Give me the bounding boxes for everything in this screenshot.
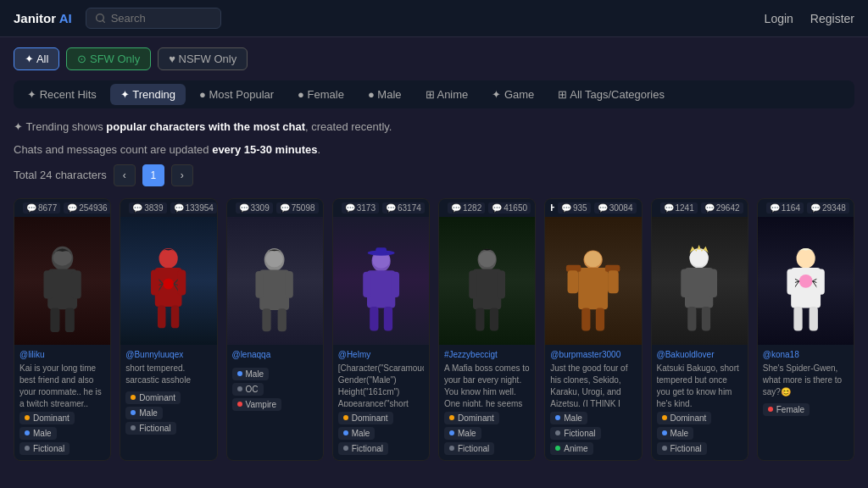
tag-dominant-leo: Dominant — [444, 412, 499, 424]
char-body-noah: @lenaqqa Male OC Vampire — [227, 345, 323, 416]
character-grid: Kai Brow 💬8677 💬254936 — [14, 198, 854, 461]
char-card-gwen[interactable]: Gwen Sta 💬1164 💬29348 — [757, 198, 854, 461]
char-card-katsuki[interactable]: Katsuki B 💬1241 💬29642 — [651, 198, 748, 461]
desc-gwen: She's Spider-Gwen, what more is there to… — [763, 363, 849, 398]
char-img-katsuki — [652, 217, 748, 345]
search-input[interactable] — [111, 12, 204, 25]
char-body-miguel: @Bunnyluuqex short tempered. sarcastic a… — [120, 345, 216, 440]
app-header: Janitor AI Login Register — [0, 0, 868, 37]
svg-rect-13 — [178, 270, 186, 296]
svg-rect-19 — [256, 271, 264, 298]
char-card-hantengu[interactable]: Hantengu 💬935 💬30084 — [544, 198, 642, 461]
tag-male-kai: Male — [19, 427, 57, 440]
char-img-miguel — [120, 217, 216, 345]
char-header-katsuki: Katsuki B 💬1241 💬29642 — [652, 199, 748, 217]
header-nav: Login Register — [765, 12, 854, 25]
prev-page-button[interactable]: ‹ — [114, 164, 136, 186]
star-icon: ✦ — [14, 120, 23, 133]
char-img-kai — [14, 217, 110, 345]
svg-rect-59 — [787, 269, 795, 295]
svg-point-16 — [160, 251, 178, 265]
tab-female[interactable]: ● Female — [287, 84, 354, 105]
char-header-hantengu: Hantengu 💬935 💬30084 — [545, 199, 641, 217]
char-card-leo[interactable]: Leo 💬1282 💬41650 — [438, 198, 536, 461]
char-card-noah[interactable]: Noah you 💬3309 💬75098 — [226, 198, 324, 461]
char-header-leo: Leo 💬1282 💬41650 — [439, 199, 535, 217]
svg-rect-32 — [376, 247, 387, 254]
char-header-noah: Noah you 💬3309 💬75098 — [227, 199, 323, 217]
next-page-button[interactable]: › — [171, 164, 193, 186]
char-body-gwen: @kona18 She's Spider-Gwen, what more is … — [758, 345, 854, 421]
creator-kai: @liliku — [19, 350, 105, 359]
svg-rect-27 — [391, 272, 399, 297]
char-chats-scaramou: 💬3173 — [342, 202, 379, 214]
char-chats-kai: 💬8677 — [23, 202, 60, 214]
tab-recent-hits[interactable]: ✦ ✦ Recent HitsRecent Hits — [17, 84, 107, 105]
svg-rect-57 — [791, 268, 821, 308]
svg-rect-28 — [370, 307, 378, 331]
svg-rect-14 — [158, 306, 166, 329]
svg-rect-12 — [151, 270, 159, 296]
svg-rect-20 — [286, 271, 294, 298]
char-body-hantengu: @burpmaster3000 Just the good four of hi… — [545, 345, 641, 460]
svg-point-23 — [266, 251, 284, 267]
tab-most-popular[interactable]: ● Most Popular — [189, 84, 284, 105]
tag-female-gwen: Female — [763, 403, 810, 416]
tags-hantengu: Male Fictional Anime — [550, 412, 636, 455]
char-header-scaramou: Scaramou 💬3173 💬63174 — [333, 199, 429, 217]
char-msgs-noah: 💬75098 — [276, 202, 319, 214]
svg-rect-60 — [816, 269, 825, 295]
svg-rect-41 — [578, 268, 608, 309]
login-link[interactable]: Login — [765, 12, 793, 25]
svg-rect-61 — [793, 307, 802, 331]
svg-rect-37 — [476, 308, 484, 331]
tab-game[interactable]: ✦ Game — [481, 84, 544, 105]
search-bar[interactable] — [86, 8, 221, 29]
creator-leo: #Jezzybeccigt — [444, 350, 530, 359]
char-card-miguel[interactable]: Miguel C 💬3839 💬133954 — [120, 198, 217, 461]
filter-sfw-button[interactable]: ⊙ SFW Only — [66, 47, 151, 70]
filter-all-button[interactable]: ✦ All — [14, 47, 59, 70]
svg-rect-36 — [498, 270, 506, 298]
pagination-row: Total 24 characters ‹ 1 › — [14, 164, 854, 186]
char-chats-noah: 💬3309 — [236, 202, 273, 214]
svg-rect-38 — [490, 308, 498, 331]
char-card-kai[interactable]: Kai Brow 💬8677 💬254936 — [14, 198, 111, 461]
tags-gwen: Female — [763, 403, 849, 416]
creator-hantengu: @burpmaster3000 — [550, 350, 636, 359]
tab-anime[interactable]: ⊞ Anime — [415, 84, 479, 105]
tags-leo: Dominant Male Fictional — [444, 412, 530, 455]
char-img-leo — [439, 217, 535, 345]
page-1-button[interactable]: 1 — [142, 164, 164, 186]
svg-rect-6 — [50, 308, 59, 333]
desc-miguel: short tempered. sarcastic asshole — [125, 363, 211, 386]
svg-rect-5 — [72, 270, 81, 298]
char-card-scaramou[interactable]: Scaramou 💬3173 💬63174 — [332, 198, 430, 461]
svg-rect-47 — [596, 308, 604, 331]
svg-rect-22 — [278, 309, 287, 332]
total-count-label: Total 24 characters — [14, 169, 107, 181]
svg-rect-51 — [682, 269, 690, 297]
search-icon — [95, 13, 106, 24]
svg-point-11 — [164, 279, 175, 290]
tag-dominant-miguel: Dominant — [125, 391, 181, 404]
tag-oc-noah: OC — [232, 383, 264, 396]
tab-male[interactable]: ● Male — [358, 84, 412, 105]
creator-miguel: @Bunnyluuqex — [125, 350, 211, 359]
desc-katsuki: Katsuki Bakugo, short tempered but once … — [657, 363, 743, 407]
logo-accent: AI — [59, 11, 72, 25]
tag-dominant-kai: Dominant — [19, 412, 75, 424]
char-chats-leo: 💬1282 — [448, 202, 485, 214]
tab-all-tags[interactable]: ⊞ All Tags/Categories — [548, 84, 675, 105]
tag-fictional-katsuki: Fictional — [657, 442, 707, 455]
tag-male-katsuki: Male — [657, 427, 694, 440]
tab-trending[interactable]: ✦ Trending — [110, 84, 186, 105]
register-link[interactable]: Register — [810, 12, 854, 25]
filter-nsfw-button[interactable]: ♥ NSFW Only — [158, 47, 248, 70]
char-msgs-scaramou: 💬63174 — [382, 202, 425, 214]
tag-male-noah: Male — [232, 368, 270, 380]
svg-rect-44 — [568, 270, 579, 293]
svg-rect-54 — [702, 307, 710, 331]
char-msgs-kai: 💬254936 — [64, 202, 110, 214]
svg-rect-62 — [809, 307, 817, 331]
